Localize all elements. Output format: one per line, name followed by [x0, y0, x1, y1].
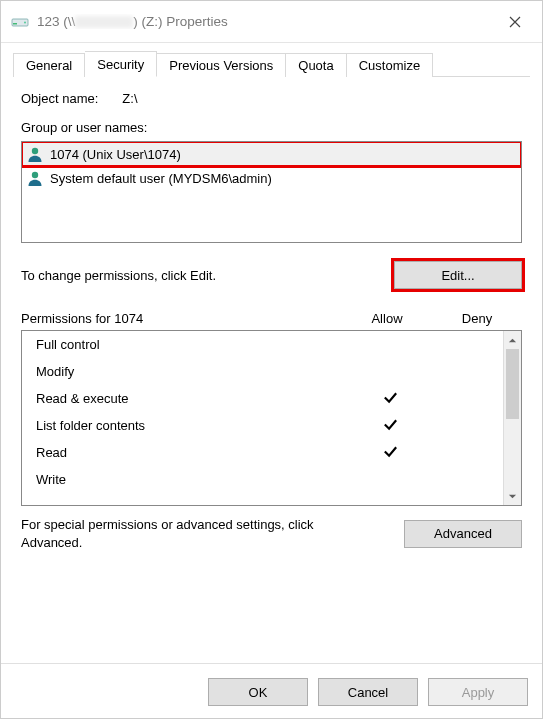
close-button[interactable] [494, 1, 536, 42]
user-row[interactable]: 1074 (Unix User\1074) [22, 142, 521, 166]
users-listbox[interactable]: 1074 (Unix User\1074)System default user… [21, 141, 522, 243]
user-name: System default user (MYDSM6\admin) [50, 171, 272, 186]
window-title: 123 (\\) (Z:) Properties [37, 14, 494, 29]
permission-name: Read [36, 445, 347, 460]
advanced-hint: For special permissions or advanced sett… [21, 516, 341, 551]
permission-allow [347, 443, 433, 463]
permission-allow [347, 416, 433, 436]
user-name: 1074 (Unix User\1074) [50, 147, 181, 162]
svg-point-3 [32, 148, 38, 154]
object-name-value: Z:\ [122, 91, 137, 106]
permissions-allow-header: Allow [342, 311, 432, 326]
titlebar: 123 (\\) (Z:) Properties [1, 1, 542, 43]
permission-name: Read & execute [36, 391, 347, 406]
permission-row: Read & execute [22, 385, 503, 412]
dialog-footer: OK Cancel Apply [1, 663, 542, 719]
scroll-up-icon[interactable] [504, 331, 521, 349]
svg-point-2 [24, 21, 26, 23]
redacted-host [75, 16, 133, 28]
svg-rect-1 [13, 23, 17, 25]
group-label: Group or user names: [21, 120, 522, 135]
apply-button[interactable]: Apply [428, 678, 528, 706]
user-row[interactable]: System default user (MYDSM6\admin) [22, 166, 521, 190]
cancel-button[interactable]: Cancel [318, 678, 418, 706]
drive-icon [11, 13, 29, 31]
permission-row: Modify [22, 358, 503, 385]
ok-button[interactable]: OK [208, 678, 308, 706]
tab-security[interactable]: Security [85, 51, 157, 77]
permission-name: Write [36, 472, 347, 487]
tab-general[interactable]: General [13, 53, 85, 77]
permissions-header-label: Permissions for 1074 [21, 311, 342, 326]
tab-previous-versions[interactable]: Previous Versions [157, 53, 286, 77]
permission-name: Full control [36, 337, 347, 352]
tab-customize[interactable]: Customize [347, 53, 433, 77]
svg-point-4 [32, 172, 38, 178]
edit-button[interactable]: Edit... [394, 261, 522, 289]
tab-quota[interactable]: Quota [286, 53, 346, 77]
user-icon [26, 169, 44, 187]
advanced-button[interactable]: Advanced [404, 520, 522, 548]
scroll-down-icon[interactable] [504, 487, 521, 505]
permission-row: Write [22, 466, 503, 493]
tab-strip: GeneralSecurityPrevious VersionsQuotaCus… [13, 49, 530, 77]
permissions-box: Full controlModifyRead & executeList fol… [21, 330, 522, 506]
edit-hint: To change permissions, click Edit. [21, 268, 216, 283]
scrollbar[interactable] [503, 331, 521, 505]
object-name-label: Object name: [21, 91, 98, 106]
permission-row: Read [22, 439, 503, 466]
permission-row: Full control [22, 331, 503, 358]
permissions-deny-header: Deny [432, 311, 522, 326]
permission-allow [347, 389, 433, 409]
user-icon [26, 145, 44, 163]
permission-name: List folder contents [36, 418, 347, 433]
scroll-thumb[interactable] [506, 349, 519, 419]
permission-row: List folder contents [22, 412, 503, 439]
permission-name: Modify [36, 364, 347, 379]
